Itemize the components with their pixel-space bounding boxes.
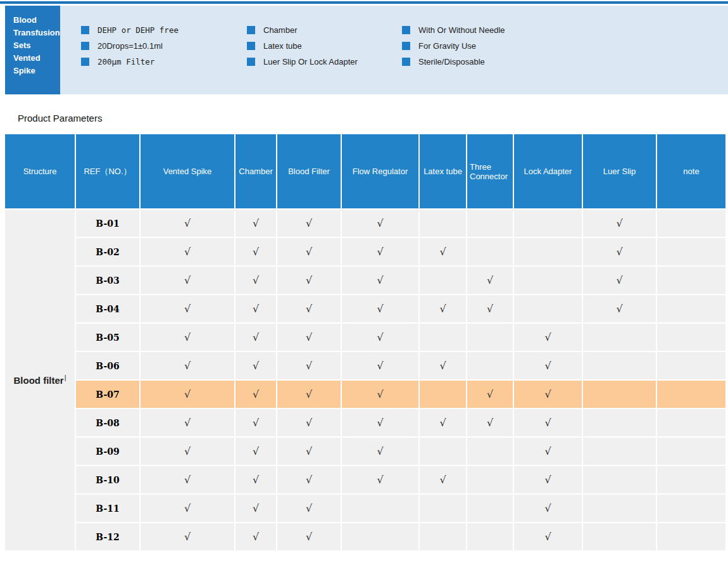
check-cell: √: [141, 466, 234, 493]
check-cell: √: [277, 352, 341, 379]
check-cell: √: [141, 267, 234, 294]
feature-item: 20Drops=1±0.1ml: [81, 41, 247, 50]
check-cell: √: [583, 295, 656, 322]
check-cell: √: [277, 409, 341, 436]
features-column-1: DEHP or DEHP free 20Drops=1±0.1ml 200μm …: [81, 25, 247, 94]
product-title-line: Vented: [13, 52, 58, 65]
check-cell: √: [277, 381, 341, 408]
check-cell: √: [342, 267, 418, 294]
ref-cell: B-04: [76, 295, 139, 322]
product-title-line: Spike: [13, 65, 58, 77]
empty-cell: [657, 324, 725, 351]
check-cell: √: [235, 210, 276, 237]
check-cell: √: [342, 210, 418, 237]
check-cell: √: [514, 324, 582, 351]
ref-cell: B-07: [76, 381, 139, 408]
check-cell: √: [342, 409, 418, 436]
empty-cell: [657, 238, 725, 265]
empty-cell: [514, 295, 582, 322]
structure-cursor-mark: |: [65, 374, 66, 381]
ref-cell: B-02: [76, 238, 139, 265]
empty-cell: [467, 495, 513, 522]
ref-cell: B-01: [76, 210, 139, 237]
feature-item: With Or Without Needle: [402, 25, 592, 34]
check-cell: √: [420, 295, 466, 322]
check-cell: √: [141, 295, 234, 322]
ref-cell: B-08: [76, 409, 139, 436]
empty-cell: [514, 238, 582, 265]
empty-cell: [514, 267, 582, 294]
feature-label: Latex tube: [263, 41, 302, 51]
empty-cell: [657, 523, 725, 550]
check-cell: √: [514, 523, 582, 550]
check-cell: √: [514, 438, 582, 465]
check-cell: √: [467, 381, 513, 408]
check-cell: √: [235, 381, 276, 408]
check-cell: √: [235, 352, 276, 379]
empty-cell: [342, 523, 418, 550]
empty-cell: [583, 438, 656, 465]
features-banner: DEHP or DEHP free 20Drops=1±0.1ml 200μm …: [60, 6, 728, 94]
empty-cell: [657, 295, 725, 322]
bullet-square-icon: [81, 26, 89, 34]
check-cell: √: [235, 238, 276, 265]
feature-label: 200μm Filter: [97, 57, 154, 66]
bullet-square-icon: [247, 26, 255, 34]
empty-cell: [420, 495, 466, 522]
column-header-vented-spike: Vented Spike: [141, 134, 234, 208]
product-parameters-table: Structure REF（NO.） Vented Spike Chamber …: [5, 134, 725, 550]
product-title-line: Sets: [13, 39, 58, 52]
bullet-square-icon: [81, 58, 89, 66]
check-cell: √: [235, 409, 276, 436]
feature-label: With Or Without Needle: [418, 25, 505, 35]
column-header-chamber: Chamber: [235, 134, 276, 208]
column-header-note: note: [657, 134, 725, 208]
check-cell: √: [235, 324, 276, 351]
bullet-square-icon: [81, 42, 89, 50]
empty-cell: [657, 352, 725, 379]
check-cell: √: [235, 267, 276, 294]
column-header-structure: Structure: [5, 134, 75, 208]
empty-cell: [657, 495, 725, 522]
check-cell: √: [514, 466, 582, 493]
check-cell: √: [277, 238, 341, 265]
check-cell: √: [235, 438, 276, 465]
column-header-luer-slip: Luer Slip: [583, 134, 656, 208]
check-cell: √: [277, 438, 341, 465]
check-cell: √: [277, 324, 341, 351]
feature-label: For Gravity Use: [418, 41, 476, 51]
empty-cell: [342, 495, 418, 522]
empty-cell: [467, 438, 513, 465]
empty-cell: [583, 409, 656, 436]
top-accent-line: [0, 1, 728, 4]
bullet-square-icon: [402, 58, 410, 66]
check-cell: √: [141, 381, 234, 408]
empty-cell: [657, 381, 725, 408]
feature-item: Luer Slip Or Lock Adapter: [247, 57, 402, 66]
check-cell: √: [342, 352, 418, 379]
check-cell: √: [235, 466, 276, 493]
check-cell: √: [342, 324, 418, 351]
feature-label: Chamber: [263, 25, 297, 35]
feature-label: 20Drops=1±0.1ml: [97, 41, 163, 51]
check-cell: √: [277, 466, 341, 493]
check-cell: √: [141, 409, 234, 436]
feature-label: DEHP or DEHP free: [97, 25, 179, 35]
features-column-2: Chamber Latex tube Luer Slip Or Lock Ada…: [247, 25, 402, 94]
ref-cell: B-11: [76, 495, 139, 522]
check-cell: √: [141, 352, 234, 379]
check-cell: √: [277, 523, 341, 550]
ref-cell: B-06: [76, 352, 139, 379]
empty-cell: [657, 409, 725, 436]
empty-cell: [467, 523, 513, 550]
structure-group-cell: Blood filter|: [5, 210, 75, 550]
check-cell: √: [514, 352, 582, 379]
column-header-lock-adapter: Lock Adapter: [514, 134, 582, 208]
check-cell: √: [141, 324, 234, 351]
check-cell: √: [514, 409, 582, 436]
feature-item: 200μm Filter: [81, 57, 247, 66]
check-cell: √: [342, 466, 418, 493]
empty-cell: [514, 210, 582, 237]
feature-label: Luer Slip Or Lock Adapter: [263, 57, 358, 66]
empty-cell: [583, 324, 656, 351]
